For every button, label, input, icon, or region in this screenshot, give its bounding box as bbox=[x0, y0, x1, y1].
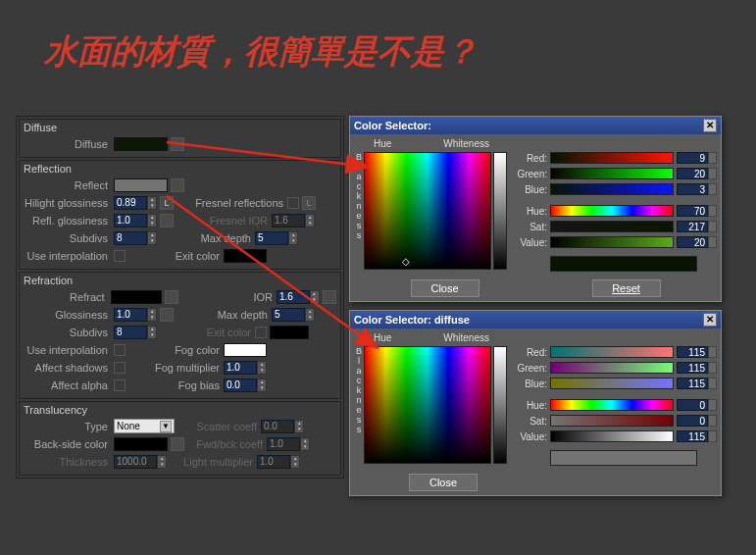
refr-subdivs-input[interactable] bbox=[114, 326, 147, 339]
sat-bar[interactable] bbox=[550, 221, 674, 232]
cs1-titlebar[interactable]: Color Selector: ✕ bbox=[350, 117, 721, 134]
fresnel-l-button[interactable]: L bbox=[302, 196, 316, 210]
refr-use-interp-chk[interactable] bbox=[114, 344, 126, 356]
refl-gloss-map[interactable] bbox=[160, 214, 174, 227]
subdivs-input[interactable] bbox=[114, 231, 147, 245]
l-button[interactable]: L bbox=[160, 196, 174, 210]
hue-input[interactable] bbox=[677, 399, 708, 411]
spinner-arrows[interactable]: ▴▾ bbox=[310, 290, 320, 304]
green-input[interactable] bbox=[677, 362, 708, 374]
spinner-arrows[interactable]: ▴▾ bbox=[147, 308, 157, 322]
hue-input[interactable] bbox=[677, 205, 708, 217]
blue-label: Blue: bbox=[513, 184, 550, 195]
red-input[interactable] bbox=[677, 346, 708, 358]
hue-vlabel: Hue: bbox=[513, 206, 550, 217]
glossiness-input[interactable] bbox=[114, 308, 147, 322]
refraction-group: Refraction Refract IOR▴▾ Glossiness ▴▾ M… bbox=[19, 272, 341, 399]
red-bar[interactable] bbox=[550, 346, 674, 358]
whiteness-slider[interactable] bbox=[493, 346, 507, 464]
refract-swatch[interactable] bbox=[111, 290, 163, 304]
spinner-arrows[interactable] bbox=[708, 415, 717, 427]
green-input[interactable] bbox=[677, 168, 708, 179]
cs1-title: Color Selector: bbox=[354, 120, 431, 131]
whiteness-slider[interactable] bbox=[493, 152, 507, 270]
spinner-arrows[interactable] bbox=[708, 362, 717, 374]
affect-alpha-chk[interactable] bbox=[114, 379, 126, 391]
refract-label: Refract bbox=[24, 291, 111, 303]
close-button[interactable]: Close bbox=[409, 474, 478, 491]
spinner-arrows[interactable]: ▴▾ bbox=[257, 361, 267, 375]
sat-bar[interactable] bbox=[550, 415, 674, 427]
fog-bias-input[interactable] bbox=[224, 378, 257, 392]
close-icon[interactable]: ✕ bbox=[703, 119, 717, 132]
spinner-arrows[interactable] bbox=[708, 346, 717, 358]
blue-bar[interactable] bbox=[550, 378, 674, 389]
cs2-titlebar[interactable]: Color Selector: diffuse ✕ bbox=[350, 311, 721, 328]
refr-use-interp-label: Use interpolation bbox=[24, 344, 114, 356]
exit-color-swatch[interactable] bbox=[224, 249, 267, 263]
spinner-arrows[interactable]: ▴▾ bbox=[147, 196, 157, 210]
diffuse-swatch[interactable] bbox=[114, 137, 168, 151]
fresnel-checkbox[interactable] bbox=[287, 197, 299, 209]
spinner-arrows[interactable] bbox=[708, 221, 717, 232]
affect-shadows-chk[interactable] bbox=[114, 362, 126, 374]
refr-exit-color-swatch[interactable] bbox=[270, 326, 309, 339]
green-bar[interactable] bbox=[550, 362, 674, 374]
spinner-arrows[interactable] bbox=[708, 378, 717, 389]
spinner-arrows[interactable]: ▴▾ bbox=[147, 326, 157, 339]
blue-bar[interactable] bbox=[550, 183, 674, 195]
spinner-arrows[interactable] bbox=[708, 168, 717, 179]
green-bar[interactable] bbox=[550, 168, 674, 179]
hue-bar[interactable] bbox=[550, 399, 674, 411]
refl-gloss-input[interactable] bbox=[114, 214, 147, 227]
spinner-arrows[interactable] bbox=[708, 183, 717, 195]
value-bar[interactable] bbox=[550, 430, 674, 442]
blackness-label: Blackness bbox=[354, 152, 364, 272]
sat-input[interactable] bbox=[677, 221, 708, 232]
fog-color-swatch[interactable] bbox=[224, 343, 267, 357]
refr-max-depth-input[interactable] bbox=[272, 308, 305, 322]
ior-input[interactable] bbox=[277, 290, 310, 304]
spinner-arrows[interactable] bbox=[708, 205, 717, 217]
spinner-arrows[interactable] bbox=[708, 430, 717, 442]
glossiness-map[interactable] bbox=[160, 308, 174, 322]
blue-input[interactable] bbox=[677, 378, 708, 389]
fog-mult-input[interactable] bbox=[224, 361, 257, 375]
value-bar[interactable] bbox=[550, 236, 674, 248]
refract-map-slot[interactable] bbox=[165, 290, 178, 304]
spinner-arrows[interactable]: ▴▾ bbox=[305, 308, 315, 322]
spinner-arrows[interactable] bbox=[708, 399, 717, 411]
diffuse-map-slot[interactable] bbox=[171, 137, 184, 151]
backside-swatch[interactable] bbox=[114, 437, 168, 451]
spinner-arrows[interactable]: ▴▾ bbox=[147, 214, 157, 227]
type-dropdown[interactable]: None▼ bbox=[114, 419, 175, 433]
fresnel-ior-label: Fresnel IOR bbox=[195, 215, 272, 227]
spinner-arrows[interactable] bbox=[708, 152, 717, 164]
backside-map[interactable] bbox=[171, 437, 184, 451]
spinner-arrows[interactable]: ▴▾ bbox=[257, 378, 267, 392]
reflection-group: Reflection Reflect Hilight glossiness ▴▾… bbox=[19, 160, 341, 270]
refr-exit-color-chk[interactable] bbox=[255, 327, 267, 338]
max-depth-input[interactable] bbox=[255, 231, 288, 245]
use-interp-checkbox[interactable] bbox=[114, 250, 126, 262]
close-icon[interactable]: ✕ bbox=[703, 313, 717, 327]
value-input[interactable] bbox=[677, 236, 708, 248]
spinner-arrows[interactable]: ▴▾ bbox=[147, 231, 157, 245]
red-input[interactable] bbox=[677, 152, 708, 164]
sat-input[interactable] bbox=[677, 415, 708, 427]
hue-picker[interactable]: ◇ bbox=[364, 152, 491, 270]
reflect-swatch[interactable] bbox=[114, 178, 168, 192]
hue-bar[interactable] bbox=[550, 205, 674, 217]
ior-map[interactable] bbox=[323, 290, 336, 304]
hue-picker[interactable] bbox=[364, 346, 491, 464]
close-button[interactable]: Close bbox=[411, 279, 479, 297]
spinner-arrows[interactable] bbox=[708, 236, 717, 248]
value-input[interactable] bbox=[677, 430, 708, 442]
hilight-gloss-input[interactable] bbox=[114, 196, 147, 210]
reflect-map-slot[interactable] bbox=[171, 178, 184, 192]
blue-input[interactable] bbox=[677, 183, 708, 195]
spinner-arrows: ▴▾ bbox=[290, 455, 300, 469]
reset-button[interactable]: Reset bbox=[592, 279, 661, 297]
spinner-arrows[interactable]: ▴▾ bbox=[288, 231, 298, 245]
red-bar[interactable] bbox=[550, 152, 674, 164]
